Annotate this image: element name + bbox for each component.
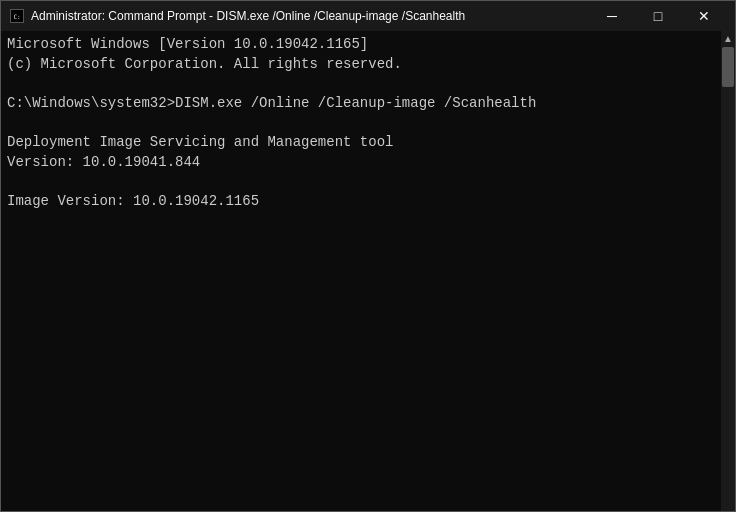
- title-bar: Administrator: Command Prompt - DISM.exe…: [1, 1, 735, 31]
- maximize-button[interactable]: □: [635, 1, 681, 31]
- terminal-output[interactable]: Microsoft Windows [Version 10.0.19042.11…: [1, 31, 721, 511]
- scrollbar[interactable]: ▲: [721, 31, 735, 511]
- cmd-icon: [9, 8, 25, 24]
- cmd-window: Administrator: Command Prompt - DISM.exe…: [0, 0, 736, 512]
- window-controls: ─ □ ✕: [589, 1, 727, 31]
- content-area: Microsoft Windows [Version 10.0.19042.11…: [1, 31, 735, 511]
- terminal-line-4: C:\Windows\system32>DISM.exe /Online /Cl…: [7, 95, 536, 111]
- minimize-button[interactable]: ─: [589, 1, 635, 31]
- terminal-line-9: Image Version: 10.0.19042.1165: [7, 193, 259, 209]
- terminal-line-7: Version: 10.0.19041.844: [7, 154, 200, 170]
- scrollbar-thumb[interactable]: [722, 47, 734, 87]
- terminal-line-2: (c) Microsoft Corporation. All rights re…: [7, 56, 402, 72]
- terminal-line-6: Deployment Image Servicing and Managemen…: [7, 134, 393, 150]
- title-bar-left: Administrator: Command Prompt - DISM.exe…: [9, 8, 465, 24]
- close-button[interactable]: ✕: [681, 1, 727, 31]
- window-title: Administrator: Command Prompt - DISM.exe…: [31, 9, 465, 23]
- scroll-up-arrow[interactable]: ▲: [721, 31, 735, 45]
- terminal-line-1: Microsoft Windows [Version 10.0.19042.11…: [7, 36, 368, 52]
